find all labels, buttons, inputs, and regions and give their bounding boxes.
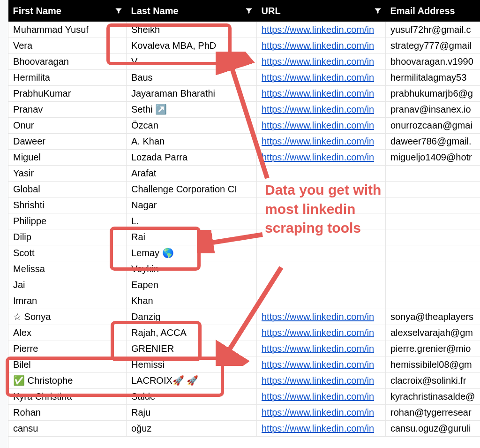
cell-url[interactable]: https://www.linkedin.com/in xyxy=(257,341,386,357)
cell-first-name[interactable]: Daweer xyxy=(8,134,127,150)
cell-last-name[interactable]: Rajah, ACCA xyxy=(127,325,257,341)
cell-last-name[interactable]: Kovaleva MBA, PhD xyxy=(127,38,257,54)
cell-url[interactable] xyxy=(257,197,386,213)
linkedin-link[interactable]: https://www.linkedin.com/in xyxy=(262,311,374,322)
cell-email[interactable]: yusuf72hr@gmail.c xyxy=(386,22,480,38)
cell-email[interactable] xyxy=(386,277,480,293)
cell-first-name[interactable]: Pierre xyxy=(8,341,127,357)
cell-last-name[interactable]: Raju xyxy=(127,405,257,421)
cell-url[interactable]: https://www.linkedin.com/in xyxy=(257,38,386,54)
cell-first-name[interactable]: Alex xyxy=(8,325,127,341)
cell-email[interactable]: cansu.oguz@guruli xyxy=(386,421,480,437)
cell-email[interactable] xyxy=(386,197,480,213)
linkedin-link[interactable]: https://www.linkedin.com/in xyxy=(262,72,374,83)
linkedin-link[interactable]: https://www.linkedin.com/in xyxy=(262,136,374,146)
col-header-last[interactable]: Last Name xyxy=(127,0,257,22)
col-header-url[interactable]: URL xyxy=(257,0,386,22)
cell-first-name[interactable]: Bilel xyxy=(8,357,127,373)
cell-url[interactable] xyxy=(257,182,386,197)
linkedin-link[interactable]: https://www.linkedin.com/in xyxy=(262,120,374,130)
cell-email[interactable] xyxy=(386,213,480,229)
linkedin-link[interactable]: https://www.linkedin.com/in xyxy=(262,327,374,338)
linkedin-link[interactable]: https://www.linkedin.com/in xyxy=(262,423,374,433)
cell-last-name[interactable]: Lozada Parra xyxy=(127,150,257,166)
cell-email[interactable]: hermilitalagmay53 xyxy=(386,70,480,86)
cell-last-name[interactable]: V xyxy=(127,54,257,70)
cell-first-name[interactable]: Onur xyxy=(8,118,127,134)
linkedin-link[interactable]: https://www.linkedin.com/in xyxy=(262,104,374,114)
cell-url[interactable]: https://www.linkedin.com/in xyxy=(257,373,386,389)
cell-url[interactable]: https://www.linkedin.com/in xyxy=(257,309,386,325)
cell-url[interactable]: https://www.linkedin.com/in xyxy=(257,86,386,102)
cell-last-name[interactable]: GRENIER xyxy=(127,341,257,357)
cell-first-name[interactable]: Hermilita xyxy=(8,70,127,86)
cell-last-name[interactable]: A. Khan xyxy=(127,134,257,150)
cell-last-name[interactable]: Eapen xyxy=(127,277,257,293)
cell-first-name[interactable]: Imran xyxy=(8,293,127,309)
cell-url[interactable] xyxy=(257,261,386,277)
cell-first-name[interactable]: Rohan xyxy=(8,405,127,421)
cell-url[interactable]: https://www.linkedin.com/in xyxy=(257,102,386,118)
cell-url[interactable] xyxy=(257,245,386,261)
cell-last-name[interactable]: Salde xyxy=(127,389,257,405)
cell-url[interactable] xyxy=(257,229,386,245)
cell-first-name[interactable]: Muhammad Yusuf xyxy=(8,22,127,38)
linkedin-link[interactable]: https://www.linkedin.com/in xyxy=(262,88,374,99)
linkedin-link[interactable]: https://www.linkedin.com/in xyxy=(262,359,374,370)
cell-last-name[interactable]: Danzig xyxy=(127,309,257,325)
filter-icon[interactable] xyxy=(114,7,123,15)
cell-url[interactable]: https://www.linkedin.com/in xyxy=(257,389,386,405)
linkedin-link[interactable]: https://www.linkedin.com/in xyxy=(262,375,374,386)
cell-last-name[interactable]: oğuz xyxy=(127,421,257,437)
cell-first-name[interactable]: Vera xyxy=(8,38,127,54)
cell-first-name[interactable]: Scott xyxy=(8,245,127,261)
cell-last-name[interactable]: Challenge Corporation CI xyxy=(127,182,257,197)
linkedin-link[interactable]: https://www.linkedin.com/in xyxy=(262,152,374,162)
cell-last-name[interactable]: Arafat xyxy=(127,166,257,182)
cell-last-name[interactable]: Khan xyxy=(127,293,257,309)
cell-first-name[interactable]: Dilip xyxy=(8,229,127,245)
cell-last-name[interactable]: Baus xyxy=(127,70,257,86)
cell-last-name[interactable]: L. xyxy=(127,213,257,229)
cell-email[interactable]: rohan@tygerresear xyxy=(386,405,480,421)
cell-first-name[interactable]: cansu xyxy=(8,421,127,437)
cell-email[interactable]: hemissibilel08@gm xyxy=(386,357,480,373)
cell-email[interactable]: sonya@theaplayers xyxy=(386,309,480,325)
cell-first-name[interactable]: Global xyxy=(8,182,127,197)
cell-first-name[interactable]: Shrishti xyxy=(8,197,127,213)
cell-url[interactable]: https://www.linkedin.com/in xyxy=(257,405,386,421)
cell-url[interactable]: https://www.linkedin.com/in xyxy=(257,22,386,38)
cell-email[interactable]: kyrachristinasalde@ xyxy=(386,389,480,405)
cell-email[interactable] xyxy=(386,182,480,197)
cell-first-name[interactable]: Yasir xyxy=(8,166,127,182)
cell-last-name[interactable]: Sethi ↗️ xyxy=(127,102,257,118)
cell-first-name[interactable]: ☆ Sonya xyxy=(8,309,127,325)
cell-email[interactable]: clacroix@solinki.fr xyxy=(386,373,480,389)
cell-url[interactable]: https://www.linkedin.com/in xyxy=(257,70,386,86)
cell-first-name[interactable]: Jai xyxy=(8,277,127,293)
cell-email[interactable]: bhoovaragan.v1990 xyxy=(386,54,480,70)
col-header-first[interactable]: First Name xyxy=(8,0,127,22)
cell-last-name[interactable]: Hemissi xyxy=(127,357,257,373)
cell-email[interactable]: migueljo1409@hotr xyxy=(386,150,480,166)
cell-url[interactable] xyxy=(257,213,386,229)
cell-url[interactable]: https://www.linkedin.com/in xyxy=(257,421,386,437)
filter-icon[interactable] xyxy=(374,7,382,15)
cell-email[interactable]: onurrozcaan@gmai xyxy=(386,118,480,134)
cell-last-name[interactable]: Özcan xyxy=(127,118,257,134)
cell-url[interactable] xyxy=(257,277,386,293)
cell-url[interactable]: https://www.linkedin.com/in xyxy=(257,150,386,166)
cell-url[interactable] xyxy=(257,166,386,182)
cell-first-name[interactable]: PrabhuKumar xyxy=(8,86,127,102)
cell-last-name[interactable]: Nagar xyxy=(127,197,257,213)
cell-url[interactable]: https://www.linkedin.com/in xyxy=(257,325,386,341)
cell-email[interactable] xyxy=(386,245,480,261)
cell-first-name[interactable]: Melissa xyxy=(8,261,127,277)
linkedin-link[interactable]: https://www.linkedin.com/in xyxy=(262,56,374,67)
linkedin-link[interactable]: https://www.linkedin.com/in xyxy=(262,343,374,354)
cell-email[interactable]: alexselvarajah@gm xyxy=(386,325,480,341)
cell-first-name[interactable]: Bhoovaragan xyxy=(8,54,127,70)
cell-email[interactable]: prabhukumarjb6@g xyxy=(386,86,480,102)
cell-last-name[interactable]: Rai xyxy=(127,229,257,245)
cell-last-name[interactable]: Jayaraman Bharathi xyxy=(127,86,257,102)
